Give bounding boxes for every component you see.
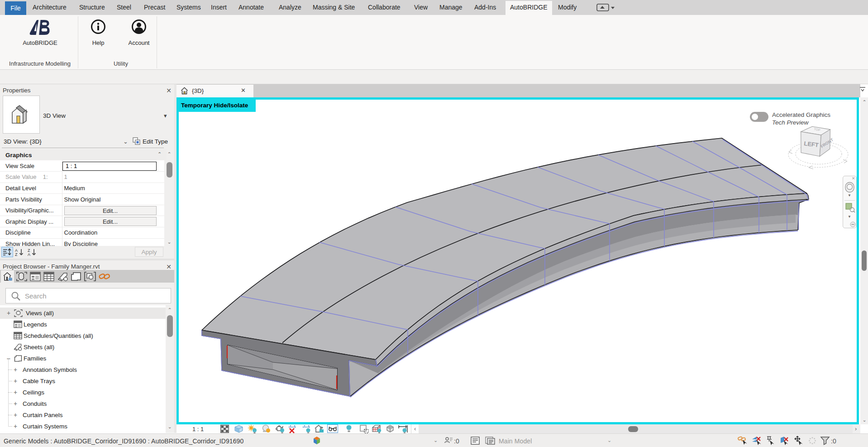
svg-text:A: A [28, 252, 30, 256]
svg-text:Z: Z [15, 252, 18, 256]
